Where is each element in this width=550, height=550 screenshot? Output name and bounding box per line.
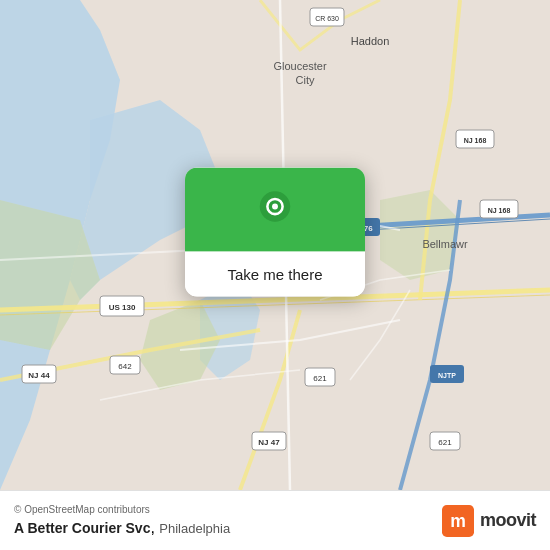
- place-city: Philadelphia: [159, 521, 230, 536]
- svg-text:CR 630: CR 630: [315, 15, 339, 22]
- popup-card: Take me there: [185, 168, 365, 297]
- moovit-logo: m moovit: [442, 505, 536, 537]
- osm-attribution: © OpenStreetMap contributors: [14, 504, 230, 515]
- svg-text:NJ 44: NJ 44: [28, 371, 50, 380]
- take-me-there-button[interactable]: Take me there: [185, 252, 365, 297]
- svg-text:621: 621: [438, 438, 452, 447]
- bottom-left: © OpenStreetMap contributors A Better Co…: [14, 504, 230, 537]
- svg-text:NJ 168: NJ 168: [464, 137, 487, 144]
- svg-text:642: 642: [118, 362, 132, 371]
- popup-green-area: [185, 168, 365, 252]
- svg-text:621: 621: [313, 374, 327, 383]
- svg-text:Bellmawr: Bellmawr: [422, 238, 468, 250]
- moovit-text: moovit: [480, 510, 536, 531]
- svg-text:NJTP: NJTP: [438, 372, 456, 379]
- location-pin-icon: [253, 190, 297, 234]
- svg-text:NJ 47: NJ 47: [258, 438, 280, 447]
- map-container: US 130 NJ 44 NJ 47 621 621 642 NJ 168 NJ…: [0, 0, 550, 490]
- place-info: A Better Courier Svc, Philadelphia: [14, 519, 230, 537]
- moovit-icon: m: [442, 505, 474, 537]
- place-name: A Better Courier Svc: [14, 520, 150, 536]
- svg-text:Haddon: Haddon: [351, 35, 390, 47]
- bottom-bar: © OpenStreetMap contributors A Better Co…: [0, 490, 550, 550]
- place-separator: ,: [150, 519, 159, 536]
- svg-text:City: City: [296, 74, 315, 86]
- svg-text:NJ 168: NJ 168: [488, 207, 511, 214]
- svg-point-29: [272, 204, 278, 210]
- svg-text:Gloucester: Gloucester: [273, 60, 327, 72]
- svg-text:US 130: US 130: [109, 303, 136, 312]
- svg-text:m: m: [450, 511, 466, 531]
